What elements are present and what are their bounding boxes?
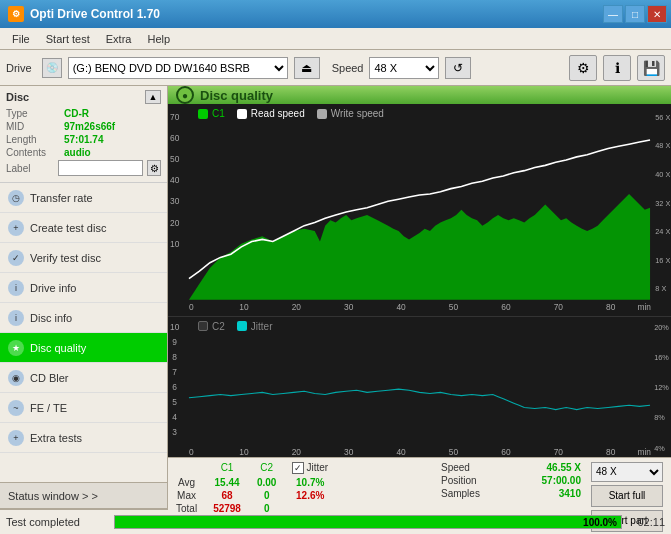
- stats-max-c1: 68: [213, 489, 257, 502]
- eject-button[interactable]: ⏏: [294, 57, 320, 79]
- sidebar-item-fe-te-label: FE / TE: [30, 402, 67, 414]
- legend-jitter: Jitter: [237, 321, 273, 332]
- sidebar-item-create-test-disc[interactable]: + Create test disc: [0, 213, 167, 243]
- close-button[interactable]: ✕: [647, 5, 667, 23]
- svg-text:20: 20: [292, 302, 302, 312]
- settings-icon-button[interactable]: ⚙: [569, 55, 597, 81]
- drive-info-icon: i: [8, 280, 24, 296]
- svg-text:32 X: 32 X: [655, 199, 670, 208]
- stats-table: C1 C2 ✓ Jitter: [176, 462, 344, 515]
- drive-select[interactable]: (G:) BENQ DVD DD DW1640 BSRB: [68, 57, 288, 79]
- sidebar-item-disc-quality-label: Disc quality: [30, 342, 86, 354]
- legend-write-label: Write speed: [331, 108, 384, 119]
- disc-type-row: Type CD-R: [6, 108, 161, 119]
- menu-extra[interactable]: Extra: [98, 31, 140, 47]
- disc-quality-icon: ★: [8, 340, 24, 356]
- legend-write-speed: Write speed: [317, 108, 384, 119]
- svg-text:10: 10: [170, 321, 180, 331]
- position-row: Position 57:00.00: [441, 475, 581, 486]
- speed-select-stats[interactable]: 48 X: [591, 462, 663, 482]
- toolbar: Drive 💿 (G:) BENQ DVD DD DW1640 BSRB ⏏ S…: [0, 50, 671, 86]
- maximize-button[interactable]: □: [625, 5, 645, 23]
- svg-text:70: 70: [554, 446, 564, 456]
- speed-select[interactable]: 48 X: [369, 57, 439, 79]
- status-window-button[interactable]: Status window > >: [0, 482, 167, 508]
- svg-text:30: 30: [344, 446, 354, 456]
- sidebar-item-fe-te[interactable]: ~ FE / TE: [0, 393, 167, 423]
- svg-text:16 X: 16 X: [655, 256, 670, 265]
- time-label: 02:11: [630, 516, 665, 528]
- disc-mid-row: MID 97m26s66f: [6, 121, 161, 132]
- disc-length-val: 57:01.74: [64, 134, 103, 145]
- legend-c1: C1: [198, 108, 225, 119]
- sidebar-menu: ◷ Transfer rate + Create test disc ✓ Ver…: [0, 183, 167, 482]
- sidebar-item-disc-info-label: Disc info: [30, 312, 72, 324]
- right-panel: ● Disc quality C1 Read speed: [168, 86, 671, 508]
- disc-label-key: Label: [6, 163, 54, 174]
- chart-bottom-svg: 10 9 8 7 6 5 4 3 20% 16% 12% 8% 4% 0 1: [168, 317, 671, 457]
- sidebar-item-verify-test-disc[interactable]: ✓ Verify test disc: [0, 243, 167, 273]
- stats-avg-c1: 15.44: [213, 476, 257, 489]
- jitter-checkbox[interactable]: ✓: [292, 462, 304, 474]
- sidebar-item-disc-quality[interactable]: ★ Disc quality: [0, 333, 167, 363]
- label-settings-icon[interactable]: ⚙: [147, 160, 161, 176]
- app-title: Opti Drive Control 1.70: [30, 7, 160, 21]
- stats-avg-c2: 0.00: [257, 476, 292, 489]
- disc-expand-button[interactable]: ▲: [145, 90, 161, 104]
- progress-bar-fill: [115, 516, 621, 528]
- progress-label: 100.0%: [583, 516, 617, 528]
- svg-text:20: 20: [170, 218, 180, 228]
- status-window-label: Status window > >: [8, 490, 98, 502]
- svg-text:60: 60: [501, 302, 511, 312]
- samples-label: Samples: [441, 488, 496, 499]
- sidebar-item-drive-info-label: Drive info: [30, 282, 76, 294]
- legend-c2-dot: [198, 321, 208, 331]
- disc-quality-title: Disc quality: [200, 88, 273, 103]
- stats-total-jitter: [292, 502, 344, 515]
- svg-text:40: 40: [396, 302, 406, 312]
- sidebar-item-transfer-rate[interactable]: ◷ Transfer rate: [0, 183, 167, 213]
- svg-text:min: min: [637, 446, 651, 456]
- stats-total-c1: 52798: [213, 502, 257, 515]
- progress-bar-container: 100.0%: [114, 515, 622, 529]
- save-icon-button[interactable]: 💾: [637, 55, 665, 81]
- svg-text:50: 50: [449, 302, 459, 312]
- samples-row: Samples 3410: [441, 488, 581, 499]
- sidebar-item-drive-info[interactable]: i Drive info: [0, 273, 167, 303]
- drive-label: Drive: [6, 62, 32, 74]
- info-icon-button[interactable]: ℹ: [603, 55, 631, 81]
- svg-text:70: 70: [170, 112, 180, 122]
- sidebar-item-disc-info[interactable]: i Disc info: [0, 303, 167, 333]
- disc-info-panel: Disc ▲ Type CD-R MID 97m26s66f Length 57…: [0, 86, 167, 183]
- sidebar-item-verify-test-disc-label: Verify test disc: [30, 252, 101, 264]
- svg-text:10: 10: [239, 302, 249, 312]
- stats-row-max: Max 68 0 12.6%: [176, 489, 344, 502]
- svg-text:48 X: 48 X: [655, 141, 670, 150]
- svg-text:20%: 20%: [654, 322, 669, 331]
- svg-text:3: 3: [172, 427, 177, 437]
- disc-length-row: Length 57:01.74: [6, 134, 161, 145]
- fe-te-icon: ~: [8, 400, 24, 416]
- menu-start-test[interactable]: Start test: [38, 31, 98, 47]
- label-input[interactable]: [58, 160, 143, 176]
- disc-contents-row: Contents audio: [6, 147, 161, 158]
- jitter-label: Jitter: [306, 462, 328, 473]
- refresh-button[interactable]: ↺: [445, 57, 471, 79]
- svg-text:0: 0: [189, 446, 194, 456]
- minimize-button[interactable]: —: [603, 5, 623, 23]
- create-test-disc-icon: +: [8, 220, 24, 236]
- sidebar-item-cd-bler[interactable]: ◉ CD Bler: [0, 363, 167, 393]
- start-full-button[interactable]: Start full: [591, 485, 663, 507]
- menu-help[interactable]: Help: [139, 31, 178, 47]
- svg-text:16%: 16%: [654, 353, 669, 362]
- legend-jitter-dot: [237, 321, 247, 331]
- charts-area: C1 Read speed Write speed 70 60 50: [168, 104, 671, 457]
- status-text: Test completed: [6, 516, 106, 528]
- legend-c1-label: C1: [212, 108, 225, 119]
- menu-file[interactable]: File: [4, 31, 38, 47]
- stats-table-container: C1 C2 ✓ Jitter: [176, 462, 431, 515]
- svg-text:8 X: 8 X: [655, 284, 666, 293]
- sidebar-item-extra-tests[interactable]: + Extra tests: [0, 423, 167, 453]
- stats-col-header-jitter: ✓ Jitter: [292, 462, 344, 476]
- legend-c1-dot: [198, 109, 208, 119]
